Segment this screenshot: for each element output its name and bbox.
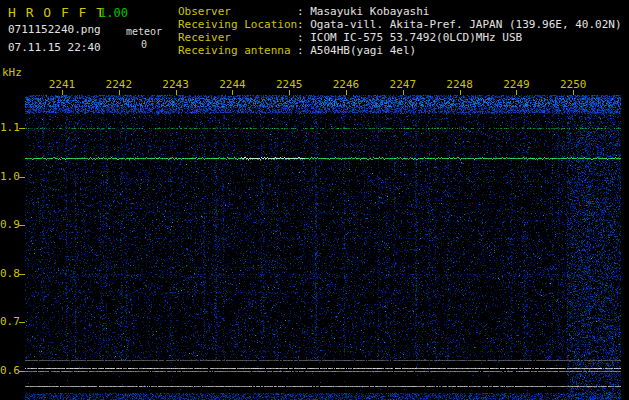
spectrogram-canvas — [25, 95, 621, 400]
info-row: Observer: Masayuki Kobayashi — [178, 5, 622, 18]
app-title: H R O F F T — [8, 5, 105, 20]
filename: 0711152240.png — [8, 23, 101, 36]
observer-info-block: Observer: Masayuki KobayashiReceiving Lo… — [178, 5, 622, 57]
frequency-tick-label: 0.6 — [0, 364, 17, 377]
info-row-label: Observer — [178, 5, 297, 18]
frequency-tick-label: 1.0 — [0, 170, 17, 183]
frequency-tick-label: 0.9 — [0, 218, 17, 231]
frequency-tick-label: 0.7 — [0, 315, 17, 328]
info-row-colon: : — [297, 44, 310, 57]
info-row-label: Receiving Location — [178, 18, 297, 31]
frequency-tick-label: 1.1 — [0, 121, 17, 134]
info-row-colon: : — [297, 18, 310, 31]
info-row: Receiving antenna: A504HB(yagi 4el) — [178, 44, 622, 57]
meteor-counter-value: 0 — [141, 39, 147, 50]
info-row-value: Masayuki Kobayashi — [310, 5, 429, 18]
info-row: Receiver: ICOM IC-575 53.7492(0LCD)MHz U… — [178, 31, 622, 44]
app-version: 1.00 — [99, 6, 128, 20]
hrofft-screen: H R O F F T 1.00 0711152240.png meteor 0… — [0, 0, 629, 400]
info-row-value: Ogata-vill. Akita-Pref. JAPAN (139.96E, … — [310, 18, 621, 31]
info-row-colon: : — [297, 31, 310, 44]
meteor-counter-label: meteor — [126, 26, 162, 37]
info-row: Receiving Location: Ogata-vill. Akita-Pr… — [178, 18, 622, 31]
frequency-tick-label: 0.8 — [0, 267, 17, 280]
datetime: 07.11.15 22:40 — [8, 41, 101, 54]
info-row-value: ICOM IC-575 53.7492(0LCD)MHz USB — [310, 31, 522, 44]
frequency-unit-label: kHz — [2, 66, 22, 79]
info-row-label: Receiving antenna — [178, 44, 297, 57]
info-row-label: Receiver — [178, 31, 297, 44]
info-row-value: A504HB(yagi 4el) — [310, 44, 416, 57]
info-row-colon: : — [297, 5, 310, 18]
